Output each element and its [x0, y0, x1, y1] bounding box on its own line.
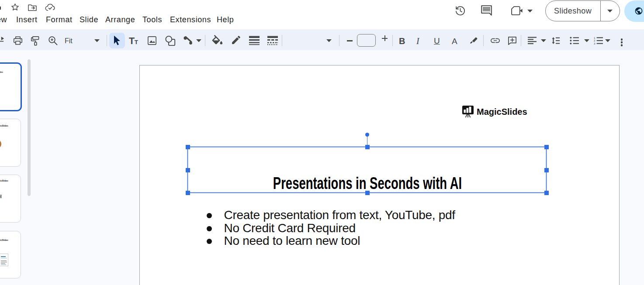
- svg-text:3: 3: [594, 42, 596, 45]
